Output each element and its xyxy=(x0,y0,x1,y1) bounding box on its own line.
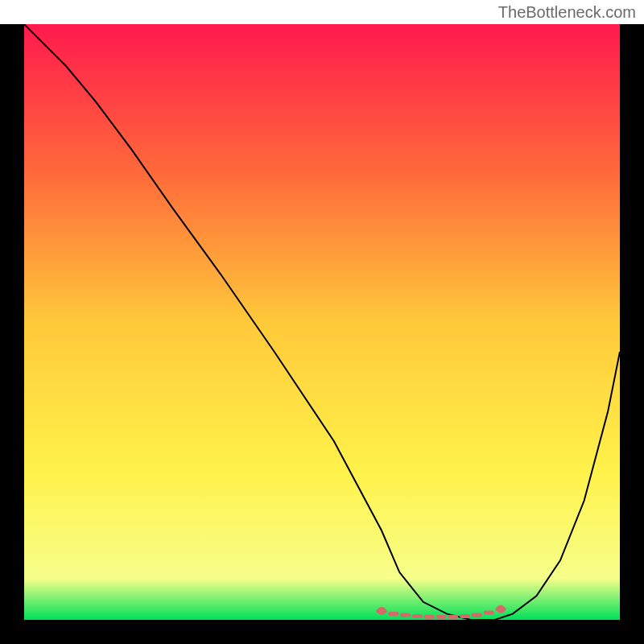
chart-svg xyxy=(24,24,620,620)
header-strip: TheBottleneck.com xyxy=(0,0,644,24)
svg-point-11 xyxy=(378,607,386,615)
chart-container: TheBottleneck.com xyxy=(0,0,644,644)
svg-point-12 xyxy=(497,605,505,613)
watermark-text: TheBottleneck.com xyxy=(498,3,636,22)
gradient-background xyxy=(24,24,620,620)
chart-plot-area xyxy=(24,24,620,620)
